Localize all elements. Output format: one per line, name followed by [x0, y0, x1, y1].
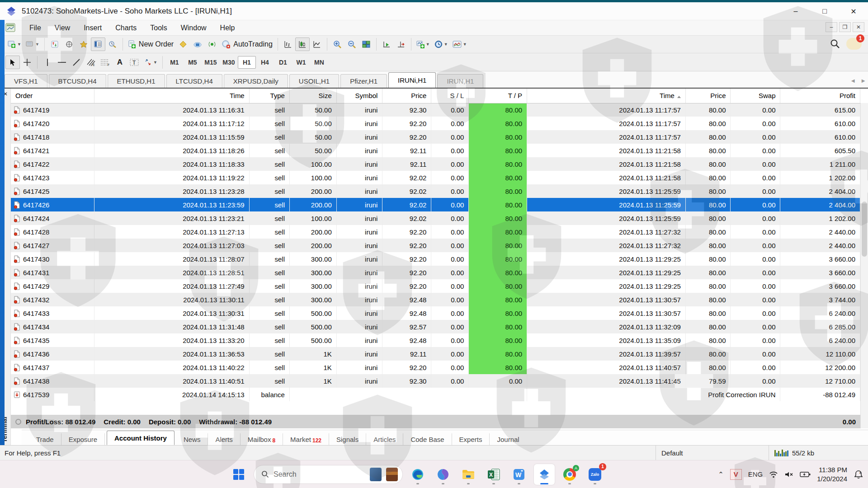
table-row[interactable]: 64174302024.01.13 11:28:07sell300.00irun… — [11, 252, 860, 266]
status-profile[interactable]: Default — [656, 446, 769, 460]
column-header-7[interactable]: T / P — [469, 89, 527, 103]
minimize-icon[interactable]: – — [781, 2, 810, 20]
autotrading-button[interactable]: AutoTrading — [219, 38, 275, 51]
child-close-icon[interactable]: ✕ — [853, 22, 864, 32]
table-row[interactable]: 64174222024.01.13 11:18:33sell100.00irun… — [11, 157, 860, 171]
column-header-6[interactable]: S / L — [431, 89, 469, 103]
timeframe-h4[interactable]: H4 — [256, 56, 274, 69]
column-header-10[interactable]: Swap — [731, 89, 780, 103]
language-indicator[interactable]: ENG — [748, 470, 763, 478]
table-row[interactable]: 64174322024.01.13 11:30:11sell300.00irun… — [11, 293, 860, 306]
column-header-9[interactable]: Price — [685, 89, 731, 103]
menu-item-file[interactable]: File — [23, 22, 48, 34]
taskbar-chrome-icon[interactable]: A — [559, 464, 580, 485]
table-row[interactable]: 64174272024.01.13 11:27:03sell200.00irun… — [11, 239, 860, 252]
chart-tab-pfizer-h1[interactable]: Pfizer,H1 — [340, 74, 387, 88]
profiles-button[interactable]: ▼ — [24, 38, 42, 51]
taskbar-writer-icon[interactable]: W — [509, 464, 529, 485]
taskbar-clock[interactable]: 11:38 PM 1/20/2024 — [817, 465, 847, 483]
terminal-tab-account-history[interactable]: Account History — [107, 431, 175, 445]
metaeditor-button[interactable] — [176, 38, 190, 51]
search-highlight-thumbnail[interactable] — [386, 468, 398, 481]
chart-tab-ltcusd-h4[interactable]: LTCUSD,H4 — [166, 74, 222, 88]
child-minimize-icon[interactable]: – — [826, 22, 837, 32]
taskbar-zalo-icon[interactable]: Zalo 1 — [585, 464, 605, 485]
menu-item-tools[interactable]: Tools — [143, 22, 174, 34]
chart-tab-iruni-h1[interactable]: IRUNi,H1 — [388, 72, 436, 88]
balance-row[interactable]: 64175392024.01.14 14:15:13balanceProfit … — [11, 388, 860, 401]
close-icon[interactable]: ✕ — [839, 2, 868, 20]
timeframe-m15[interactable]: M15 — [202, 56, 220, 69]
vertical-line-tool-button[interactable] — [40, 56, 55, 69]
column-header-4[interactable]: Symbol — [336, 89, 382, 103]
chart-tab-usoil-h1[interactable]: USOIL,H1 — [289, 74, 339, 88]
line-chart-button[interactable] — [310, 38, 324, 51]
tray-chevron-up-icon[interactable]: ⌃ — [718, 470, 724, 479]
tab-scroll-right-icon[interactable]: ► — [860, 77, 866, 84]
crosshair-tool-button[interactable] — [20, 56, 34, 69]
column-header-8[interactable]: Time — [527, 89, 686, 103]
table-row[interactable]: 64174332024.01.13 11:30:31sell500.00irun… — [11, 306, 860, 320]
terminal-tab-journal[interactable]: Journal — [490, 433, 526, 445]
menu-item-insert[interactable]: Insert — [77, 22, 108, 34]
start-button[interactable] — [228, 464, 249, 485]
maximize-icon[interactable]: □ — [810, 2, 839, 20]
table-row[interactable]: 64174232024.01.13 11:19:22sell100.00irun… — [11, 171, 860, 184]
terminal-tab-alerts[interactable]: Alerts — [208, 433, 240, 445]
table-row[interactable]: 64174262024.01.13 11:23:59sell200.00irun… — [11, 198, 860, 211]
table-row[interactable]: 64174342024.01.13 11:31:48sell500.00irun… — [11, 320, 860, 333]
column-header-0[interactable]: Order — [11, 89, 94, 103]
table-row[interactable]: 64174252024.01.13 11:23:28sell200.00irun… — [11, 184, 860, 198]
terminal-tab-code-base[interactable]: Code Base — [403, 433, 452, 445]
volume-muted-icon[interactable] — [784, 471, 793, 478]
table-row[interactable]: 64174202024.01.13 11:17:12sell50.00iruni… — [11, 117, 860, 130]
taskbar-excel-icon[interactable]: X — [483, 464, 504, 485]
taskbar-edge-icon[interactable] — [407, 464, 428, 485]
table-row[interactable]: 64174282024.01.13 11:27:13sell200.00irun… — [11, 225, 860, 239]
timeframe-m5[interactable]: M5 — [184, 56, 202, 69]
chart-tab-ethusd-h1[interactable]: ETHUSD,H1 — [108, 74, 165, 88]
terminal-tab-mailbox[interactable]: Mailbox8 — [241, 433, 283, 445]
column-header-1[interactable]: Time — [94, 89, 249, 103]
menu-item-view[interactable]: View — [48, 22, 77, 34]
column-header-5[interactable]: Price — [382, 89, 431, 103]
new-order-button[interactable]: New Order — [126, 38, 176, 51]
timeframe-w1[interactable]: W1 — [292, 56, 310, 69]
tab-scroll-left-icon[interactable]: ◄ — [850, 77, 856, 84]
terminal-tab-news[interactable]: News — [176, 433, 208, 445]
bar-chart-button[interactable] — [281, 38, 295, 51]
timeframe-m30[interactable]: M30 — [220, 56, 238, 69]
search-icon[interactable] — [830, 39, 840, 49]
periods-button[interactable]: ▼ — [432, 38, 450, 51]
table-row[interactable]: 64174192024.01.13 11:16:31sell50.00iruni… — [11, 103, 860, 117]
chart-tab-btcusd-h4[interactable]: BTCUSD,H4 — [49, 74, 106, 88]
timeframe-m1[interactable]: M1 — [165, 56, 184, 69]
indicators-button[interactable]: ▼ — [414, 38, 432, 51]
table-row[interactable]: 64174312024.01.13 11:28:51sell300.00irun… — [11, 266, 860, 279]
chart-tab-vfs-h1[interactable]: VFS,H1 — [5, 74, 47, 88]
table-row[interactable]: 64174182024.01.13 11:15:59sell50.00iruni… — [11, 130, 860, 144]
menu-item-help[interactable]: Help — [213, 22, 242, 34]
market-watch-button[interactable] — [47, 38, 62, 51]
text-label-tool-button[interactable]: T — [127, 56, 142, 69]
terminal-tab-experts[interactable]: Experts — [452, 433, 490, 445]
equidistant-channel-tool-button[interactable]: E — [84, 56, 98, 69]
terminal-tab-exposure[interactable]: Exposure — [61, 433, 105, 445]
table-row[interactable]: 64174362024.01.13 11:36:53sell1Kiruni92.… — [11, 347, 860, 361]
terminal-tab-signals[interactable]: Signals — [329, 433, 366, 445]
terminal-toggle-button[interactable] — [91, 38, 105, 51]
table-scrollbar[interactable] — [860, 103, 868, 428]
column-header-11[interactable]: Profit — [780, 89, 860, 103]
favorites-button[interactable] — [76, 38, 91, 51]
overlay-app-icon[interactable]: 1 — [846, 38, 862, 50]
timeframe-d1[interactable]: D1 — [274, 56, 292, 69]
table-row[interactable]: 64174352024.01.13 11:33:20sell500.00irun… — [11, 333, 860, 347]
trendline-tool-button[interactable] — [69, 56, 84, 69]
battery-charging-icon[interactable] — [800, 471, 811, 478]
search-input[interactable]: Search — [254, 465, 403, 484]
tile-windows-button[interactable] — [359, 38, 373, 51]
child-restore-icon[interactable]: ❐ — [839, 22, 851, 32]
arrows-tool-button[interactable]: ▼ — [142, 56, 160, 69]
table-row[interactable]: 64174212024.01.13 11:18:26sell50.00iruni… — [11, 144, 860, 157]
templates-button[interactable]: ▼ — [450, 38, 469, 51]
